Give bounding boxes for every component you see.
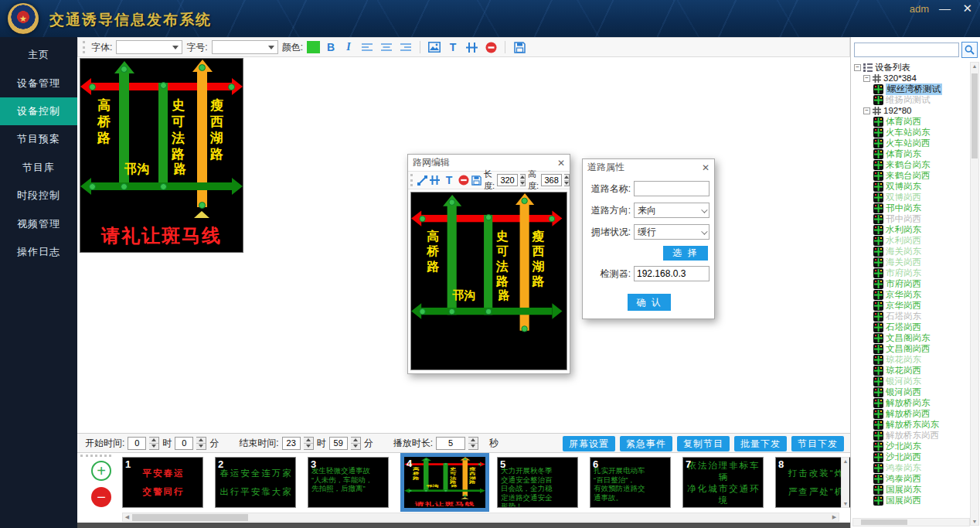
font-size-select[interactable]: [212, 40, 278, 54]
action-button-3[interactable]: 批量下发: [734, 436, 787, 451]
tree-device-item[interactable]: 来鹤台岗东: [852, 159, 970, 170]
playlist-item-1[interactable]: 1平安春运交警同行: [122, 457, 203, 508]
road-direction-select[interactable]: 来向: [634, 203, 709, 218]
tree-horizontal-scrollbar[interactable]: [852, 518, 970, 526]
duration-stepper[interactable]: [468, 437, 478, 450]
start-hour-stepper[interactable]: [149, 437, 159, 450]
tree-device-item[interactable]: 国展岗东: [852, 484, 970, 495]
duration-input[interactable]: [436, 437, 465, 450]
insert-image-icon[interactable]: [427, 39, 442, 55]
edit-handle[interactable]: [444, 463, 447, 465]
edit-handle[interactable]: [121, 183, 128, 190]
tree-device-item[interactable]: 银河岗东: [852, 376, 970, 387]
tree-device-item[interactable]: 海关岗东: [852, 246, 970, 257]
tree-device-item[interactable]: 双博岗西: [852, 192, 970, 203]
save-icon[interactable]: [471, 173, 481, 187]
align-right-icon[interactable]: [398, 39, 413, 55]
edit-handle[interactable]: [419, 308, 425, 314]
height-input[interactable]: [541, 174, 562, 186]
close-icon[interactable]: ✕: [702, 162, 709, 173]
end-minute-stepper[interactable]: [351, 437, 361, 450]
tree-device-item[interactable]: 琼花岗东: [852, 354, 970, 365]
tree-device-item[interactable]: 解放桥东岗西: [852, 430, 970, 441]
align-left-icon[interactable]: [359, 39, 375, 55]
tree-root[interactable]: −设备列表: [852, 62, 970, 73]
search-button[interactable]: [961, 42, 978, 58]
scroll-down-icon[interactable]: ▼: [971, 519, 978, 524]
tree-device-item[interactable]: 邗中岗西: [852, 213, 970, 224]
sidebar-item-0[interactable]: 主页: [0, 41, 77, 69]
tree-device-item[interactable]: 京华岗东: [852, 289, 970, 300]
end-hour-input[interactable]: [282, 437, 301, 450]
tree-device-item[interactable]: 双博岗东: [852, 181, 970, 192]
tree-expander[interactable]: −: [863, 75, 870, 82]
text-tool-icon[interactable]: T: [442, 172, 456, 188]
tree-device-item[interactable]: 市府岗西: [852, 278, 970, 289]
confirm-button[interactable]: 确 认: [628, 294, 671, 311]
tree-device-item[interactable]: 京华岗西: [852, 300, 970, 311]
remove-frame-button[interactable]: −: [91, 487, 111, 507]
add-frame-button[interactable]: +: [91, 461, 111, 481]
tree-device-item[interactable]: 火车站岗西: [852, 138, 970, 148]
edit-handle[interactable]: [89, 83, 96, 90]
edit-handle[interactable]: [448, 308, 454, 314]
tree-device-item[interactable]: 石塔岗东: [852, 311, 970, 322]
scroll-down-icon[interactable]: ▼: [842, 501, 849, 506]
tree-device-item[interactable]: 沙北岗东: [852, 441, 970, 451]
edit-handle[interactable]: [228, 83, 235, 90]
edit-handle[interactable]: [408, 490, 412, 492]
congestion-select[interactable]: 缓行: [634, 224, 709, 240]
playlist-item-7[interactable]: 7依法治理非标车辆净化城市交通环境: [682, 457, 764, 508]
tree-device-item[interactable]: 水利岗西: [852, 235, 970, 246]
edit-handle[interactable]: [485, 214, 491, 220]
align-center-icon[interactable]: [379, 39, 394, 55]
edit-handle[interactable]: [199, 64, 206, 71]
sidebar-item-3[interactable]: 节目预案: [0, 125, 77, 153]
text-tool-icon[interactable]: T: [446, 39, 460, 55]
minimize-button[interactable]: —: [939, 2, 951, 15]
tree-device-item[interactable]: 来鹤台岗西: [852, 170, 970, 181]
edit-handle[interactable]: [419, 215, 425, 221]
save-icon[interactable]: [512, 39, 527, 55]
edit-handle[interactable]: [485, 308, 491, 314]
tree-device-item[interactable]: 邗中岗东: [852, 203, 970, 213]
length-input[interactable]: [497, 174, 518, 186]
edit-handle[interactable]: [160, 82, 167, 89]
edit-handle[interactable]: [199, 202, 206, 209]
action-button-1[interactable]: 紧急事件: [620, 436, 672, 451]
tree-device-item[interactable]: 文昌阁岗西: [852, 343, 970, 354]
sidebar-item-4[interactable]: 节目库: [0, 154, 77, 182]
tree-device-item[interactable]: 体育岗东: [852, 148, 970, 159]
tree-device-item[interactable]: 市府岗东: [852, 267, 970, 278]
tree-device-item[interactable]: 解放桥东岗东: [852, 419, 970, 430]
start-hour-input[interactable]: [128, 437, 146, 450]
tree-device-item[interactable]: 沙北岗西: [852, 451, 970, 462]
tree-vertical-scrollbar[interactable]: ▲ ▼: [970, 62, 979, 526]
edit-handle[interactable]: [521, 197, 527, 203]
scrollbar-thumb[interactable]: [132, 514, 248, 521]
tree-expander[interactable]: −: [863, 107, 870, 114]
road-network-icon[interactable]: [430, 173, 440, 187]
end-minute-input[interactable]: [329, 437, 348, 450]
vertical-scrollbar[interactable]: ▲ ▼: [841, 457, 849, 508]
tree-device-item[interactable]: 维扬岗测试: [852, 94, 970, 105]
length-stepper[interactable]: [520, 174, 526, 186]
edit-handle[interactable]: [424, 490, 428, 492]
sidebar-item-1[interactable]: 设备管理: [0, 69, 77, 97]
edit-handle[interactable]: [463, 495, 467, 496]
scroll-up-icon[interactable]: ▲: [971, 63, 978, 69]
tree-device-item[interactable]: 海关岗西: [852, 257, 970, 267]
edit-handle[interactable]: [548, 215, 554, 221]
tree-device-item[interactable]: 螺丝湾桥测试: [852, 83, 970, 94]
detector-input[interactable]: [634, 266, 709, 281]
tree-device-item[interactable]: 鸿泰岗西: [852, 473, 970, 484]
tree-device-item[interactable]: 解放桥岗西: [852, 408, 970, 419]
close-window-button[interactable]: ✕: [962, 2, 972, 15]
scroll-right-icon[interactable]: ▶: [830, 513, 839, 521]
tree-group-0[interactable]: −320*384: [852, 73, 970, 83]
scrollbar-thumb[interactable]: [971, 73, 978, 158]
edit-handle[interactable]: [121, 66, 128, 73]
end-hour-stepper[interactable]: [304, 437, 314, 450]
edit-handle[interactable]: [448, 199, 454, 205]
height-stepper[interactable]: [564, 174, 570, 186]
